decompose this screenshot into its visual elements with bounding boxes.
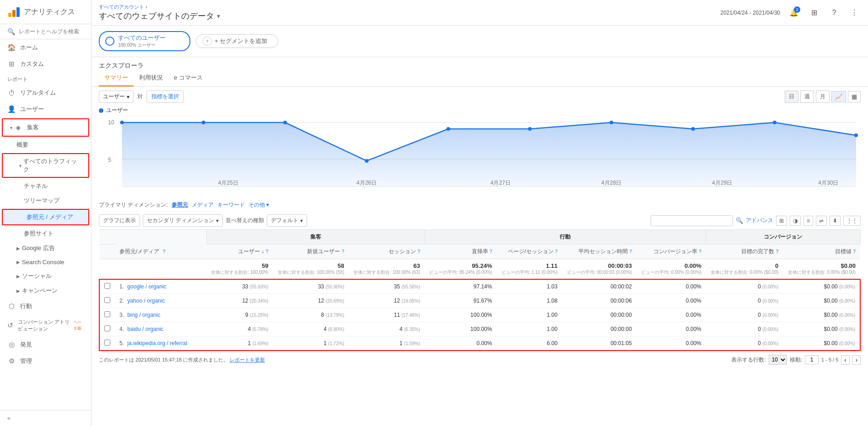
- sidebar-item-realtime[interactable]: ⏱ リアルタイム: [0, 85, 91, 101]
- row5-source[interactable]: 5. ja.wikipedia.org / referral: [115, 336, 206, 351]
- total-bounce: 95.24% ビューの平均: 95.24% (0.00%): [425, 259, 496, 280]
- th-avg-session[interactable]: 平均セッション時間 ?: [562, 245, 636, 259]
- row1-checkbox[interactable]: [104, 283, 110, 289]
- sidebar-item-discover[interactable]: ◎ 発見: [0, 336, 91, 353]
- sidebar-item-custom[interactable]: ⊞ カスタム: [0, 56, 91, 72]
- page-goto-input[interactable]: [805, 355, 819, 364]
- sidebar-item-audience[interactable]: ▾ ◈ 集客: [2, 118, 89, 137]
- th-conv-rate[interactable]: コンバージョン率 ?: [636, 245, 706, 259]
- metric-dropdown[interactable]: ユーザー ▾: [99, 91, 134, 103]
- dimension-keyword[interactable]: キーワード: [217, 201, 245, 209]
- row4-checkbox[interactable]: [104, 325, 110, 331]
- advance-btn[interactable]: アドバンス: [746, 217, 773, 224]
- sidebar-item-source-medium[interactable]: 参照元 / メディア: [2, 209, 89, 225]
- row3-checkbox[interactable]: [104, 311, 110, 317]
- sidebar-item-home[interactable]: 🏠 ホーム: [0, 39, 91, 56]
- row3-source[interactable]: 3. bing / organic: [115, 308, 206, 322]
- title-dropdown-icon[interactable]: ▾: [217, 12, 220, 20]
- sidebar-item-treemap[interactable]: ツリーマップ: [0, 193, 91, 208]
- sidebar: アナリティクス 🔍 🏠 ホーム ⊞ カスタム レポート ⏱ リアルタイム 👤 ユ…: [0, 0, 92, 426]
- table-controls-left: グラフに表示 セカンダリ ディメンション ▾ 並べ替えの種類 デフォルト ▾: [99, 214, 307, 227]
- chart-view-buttons: 日 週 月 📈 ▦: [785, 91, 861, 103]
- tab-ecommerce[interactable]: e コマース: [168, 70, 208, 86]
- notification-btn[interactable]: 🔔 2: [787, 6, 800, 19]
- help-btn[interactable]: ?: [828, 6, 841, 19]
- next-page-btn[interactable]: ›: [852, 355, 861, 365]
- row2-source[interactable]: 2. yahoo / organic: [115, 294, 206, 308]
- bar-chart-btn[interactable]: ▦: [848, 91, 861, 102]
- sidebar-item-search-console[interactable]: ▶ Search Console: [0, 256, 91, 269]
- time-month-btn[interactable]: 月: [816, 91, 830, 103]
- time-week-btn[interactable]: 週: [800, 91, 814, 103]
- svg-point-15: [609, 121, 613, 124]
- sort-dropdown[interactable]: デフォルト ▾: [267, 214, 307, 227]
- sidebar-item-admin[interactable]: ⚙ 管理: [0, 353, 91, 369]
- th-new-users[interactable]: 新規ユーザー ?: [273, 245, 349, 259]
- row4-source[interactable]: 4. baidu / organic: [115, 322, 206, 336]
- apps-btn[interactable]: ⊞: [808, 6, 820, 19]
- svg-point-12: [365, 159, 368, 163]
- add-segment-btn[interactable]: + + セグメントを追加: [196, 34, 278, 48]
- breadcrumb[interactable]: すべてのアカウント ›: [99, 4, 220, 11]
- row1-source[interactable]: 1. google / organic: [115, 279, 206, 294]
- sidebar-collapse-btn[interactable]: «: [0, 410, 91, 426]
- secondary-dimension-dropdown[interactable]: セカンダリ ディメンション ▾: [143, 214, 223, 227]
- sidebar-item-channels[interactable]: チャネル: [0, 179, 91, 193]
- sidebar-item-conversion[interactable]: ↺ コンバーション アトリビューション ベータ版: [0, 314, 91, 336]
- th-sessions[interactable]: セッション ?: [349, 245, 425, 259]
- table-download-btn[interactable]: ⬇: [830, 216, 841, 226]
- graph-display-btn[interactable]: グラフに表示: [99, 214, 140, 227]
- svg-point-18: [854, 133, 858, 137]
- sidebar-item-overview[interactable]: 概要: [0, 138, 91, 152]
- row2-checkbox[interactable]: [104, 297, 110, 303]
- table-pivot-btn[interactable]: ⇌: [816, 216, 827, 226]
- prev-page-btn[interactable]: ‹: [841, 355, 849, 365]
- total-users: 59 全体に対する割合: 100.00%: [206, 259, 273, 280]
- table-view-pie-btn[interactable]: ◑: [790, 216, 801, 226]
- sidebar-item-referral[interactable]: 参照サイト: [0, 226, 91, 241]
- refresh-report-link[interactable]: レポートを更新: [230, 357, 265, 362]
- total-completions: 0 全体に対する割合: 0.00% ($0.00): [706, 259, 783, 280]
- table-more-btn[interactable]: ⋮⋮: [843, 216, 861, 226]
- th-completions[interactable]: 目標の完了数 ?: [706, 245, 783, 259]
- more-btn[interactable]: ⋮: [848, 6, 861, 19]
- dimension-other[interactable]: その他 ▾: [248, 201, 269, 209]
- svg-rect-1: [12, 10, 16, 17]
- th-bounce[interactable]: 直帰率 ?: [425, 245, 496, 259]
- expand-icon-campaigns: ▶: [16, 288, 20, 293]
- svg-text:4月26日: 4月26日: [356, 180, 377, 186]
- dimension-medium[interactable]: メディア: [192, 201, 214, 209]
- svg-text:4月27日: 4月27日: [491, 180, 511, 186]
- tab-summary[interactable]: サマリー: [99, 70, 134, 86]
- topbar: すべてのアカウント › すべてのウェブサイトのデータ ▾ 2021/04/24 …: [92, 0, 868, 26]
- svg-text:4月30日: 4月30日: [818, 180, 838, 186]
- row5-checkbox[interactable]: [104, 340, 110, 346]
- th-pages-session[interactable]: ページ/セッション ?: [496, 245, 562, 259]
- sidebar-item-users[interactable]: 👤 ユーザー: [0, 101, 91, 117]
- users-icon: 👤: [7, 105, 16, 113]
- sidebar-item-campaigns[interactable]: ▶ キャンペーン: [0, 283, 91, 298]
- svg-text:5: 5: [108, 157, 111, 163]
- dimension-source[interactable]: 参照元: [172, 201, 188, 209]
- th-goal-value[interactable]: 目標値 ?: [783, 245, 860, 259]
- table-search-input[interactable]: [651, 215, 733, 226]
- sidebar-item-all-traffic[interactable]: ▾ すべてのトラフィック: [2, 153, 89, 178]
- th-users[interactable]: ユーザー ↓ ?: [206, 245, 273, 259]
- time-day-btn[interactable]: 日: [785, 91, 798, 103]
- table-row: 1. google / organic 33 (55.93%) 33 (55.9…: [99, 279, 860, 294]
- topbar-left: すべてのアカウント › すべてのウェブサイトのデータ ▾: [99, 4, 220, 21]
- line-chart-btn[interactable]: 📈: [831, 91, 846, 102]
- discover-icon: ◎: [7, 341, 16, 349]
- table-view-grid-btn[interactable]: ⊞: [776, 216, 787, 226]
- tab-usage[interactable]: 利用状況: [134, 70, 168, 86]
- table-view-list-btn[interactable]: ≡: [803, 216, 813, 226]
- svg-text:4月28日: 4月28日: [601, 180, 621, 186]
- sidebar-item-behavior[interactable]: ⬡ 行動: [0, 298, 91, 314]
- rows-per-page-select[interactable]: 10 25 50: [769, 355, 787, 365]
- search-input[interactable]: [19, 28, 84, 35]
- sidebar-item-google-ads[interactable]: ▶ Google 広告: [0, 241, 91, 256]
- sidebar-item-social[interactable]: ▶ ソーシャル: [0, 269, 91, 283]
- svg-point-16: [691, 127, 695, 131]
- help-icon[interactable]: ?: [163, 249, 166, 254]
- select-metric-btn[interactable]: 指標を選択: [146, 91, 184, 103]
